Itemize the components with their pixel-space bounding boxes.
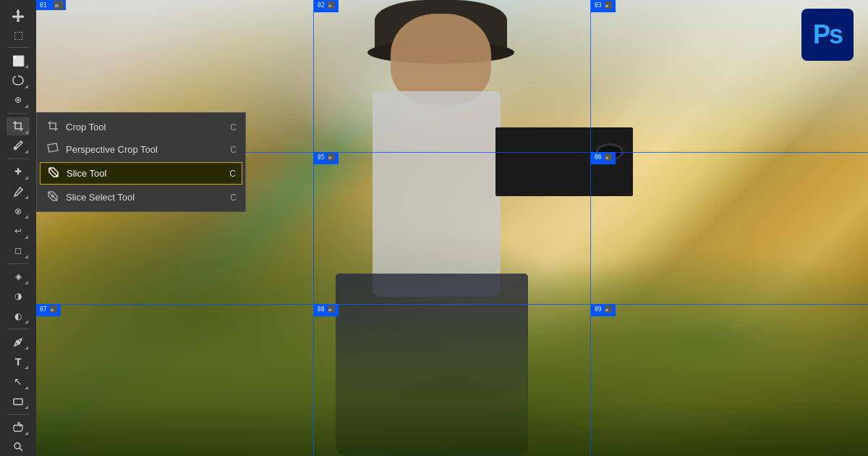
context-menu: Crop Tool C Perspective Crop Tool C Slic…	[36, 112, 246, 212]
svg-line-6	[20, 448, 22, 451]
menu-item-crop-tool[interactable]: Crop Tool C	[37, 116, 245, 138]
has-more-indicator	[25, 366, 28, 369]
toolbar-separator-4	[7, 263, 29, 264]
has-more-indicator	[25, 195, 28, 199]
svg-rect-4	[14, 399, 22, 405]
hand-tool[interactable]	[7, 418, 30, 436]
svg-rect-43	[48, 121, 56, 130]
photo-background: 01 ✉ 02✉ 03✉ 04✉ 05✉ 06✉ 07✉	[36, 0, 868, 456]
menu-item-perspective-crop[interactable]: Perspective Crop Tool C	[37, 138, 245, 161]
has-more-indicator	[25, 215, 28, 219]
camera-body	[495, 127, 633, 196]
toolbar-separator-6	[7, 414, 29, 415]
menu-label-slice-select: Slice Select Tool	[66, 192, 224, 203]
pen-tool[interactable]	[7, 333, 30, 351]
crop-tool[interactable]	[7, 117, 30, 135]
has-more-indicator	[25, 150, 28, 153]
eraser-tool[interactable]: ◻	[7, 242, 30, 260]
foreground-grass	[36, 319, 868, 456]
has-more-indicator	[25, 104, 28, 108]
menu-label-crop: Crop Tool	[66, 122, 224, 132]
has-more-indicator	[25, 255, 28, 258]
move-tool[interactable]	[7, 6, 30, 24]
has-more-indicator	[25, 386, 28, 389]
gradient-tool[interactable]: ◈	[7, 268, 30, 286]
slice-tool-icon	[46, 166, 61, 180]
perspective-crop-icon	[46, 143, 60, 156]
brush-tool[interactable]	[7, 182, 30, 200]
menu-label-slice-tool: Slice Tool	[67, 168, 224, 179]
has-more-indicator	[25, 346, 28, 350]
ps-logo-text: Ps	[813, 20, 842, 50]
has-more-indicator	[25, 64, 28, 68]
camera-lens	[596, 143, 624, 161]
dodge-tool[interactable]: ◐	[7, 307, 30, 325]
toolbar-separator-3	[7, 159, 29, 159]
crop-tool-icon	[46, 120, 60, 134]
svg-point-5	[14, 443, 20, 449]
menu-shortcut-slice-tool: C	[229, 169, 236, 179]
toolbar-separator-1	[7, 47, 29, 48]
clone-stamp-tool[interactable]: ⊗	[7, 202, 30, 220]
ps-logo: Ps	[801, 9, 854, 61]
has-more-indicator	[25, 281, 28, 284]
path-selection-tool[interactable]: ↖	[7, 372, 30, 390]
menu-item-slice-select[interactable]: Slice Select Tool C	[37, 186, 245, 208]
history-brush-tool[interactable]: ↩	[7, 221, 30, 240]
slice-select-icon	[46, 190, 60, 204]
menu-shortcut-crop: C	[230, 122, 237, 132]
rectangular-marquee-tool[interactable]: ⬜	[7, 51, 30, 69]
has-more-indicator	[25, 405, 28, 409]
has-more-indicator	[25, 176, 28, 180]
menu-shortcut-perspective-crop: C	[230, 145, 237, 155]
svg-point-44	[51, 195, 54, 198]
blur-tool[interactable]: ◑	[7, 287, 30, 305]
lasso-tool[interactable]	[7, 71, 30, 89]
type-tool[interactable]: T	[7, 352, 30, 371]
artboard-tool[interactable]: ⬚	[7, 25, 30, 43]
toolbar-separator-2	[7, 113, 29, 114]
toolbar-separator-5	[7, 329, 29, 329]
healing-brush-tool[interactable]: ✚	[7, 163, 30, 181]
toolbar: ⬚ ⬜ ⊕ ✚	[0, 0, 36, 456]
eyedropper-tool[interactable]	[7, 137, 30, 155]
zoom-tool[interactable]	[7, 438, 30, 456]
canvas-area: 01 ✉ 02✉ 03✉ 04✉ 05✉ 06✉ 07✉	[36, 0, 868, 456]
has-more-indicator	[25, 431, 28, 435]
has-more-indicator	[25, 85, 28, 88]
menu-shortcut-slice-select: C	[230, 193, 237, 203]
menu-label-perspective-crop: Perspective Crop Tool	[66, 144, 224, 155]
has-more-indicator	[25, 130, 28, 134]
shape-tool[interactable]	[7, 392, 30, 410]
quick-selection-tool[interactable]: ⊕	[7, 91, 30, 109]
has-more-indicator	[25, 320, 28, 324]
has-more-indicator	[25, 235, 28, 239]
menu-item-slice-tool[interactable]: Slice Tool C	[40, 162, 242, 185]
svg-point-3	[17, 341, 20, 343]
